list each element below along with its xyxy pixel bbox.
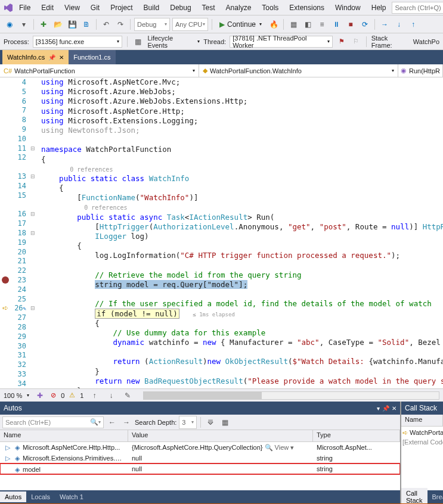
flag-off-icon[interactable]: ⚐: [351, 36, 361, 47]
tb-icon-3[interactable]: ≡: [316, 18, 328, 30]
nav-project[interactable]: C#WatchPortalFunction▾: [0, 64, 199, 77]
hot-reload-icon[interactable]: 🔥: [268, 18, 280, 30]
warning-icon[interactable]: ⚠: [69, 391, 75, 399]
nav-method[interactable]: ◉Run(HttpR: [398, 64, 443, 77]
tab-callstack[interactable]: Call Stack: [401, 488, 427, 503]
tb-icon-2[interactable]: ◧: [302, 18, 314, 30]
expand-icon[interactable]: [4, 463, 12, 472]
autos-row[interactable]: ◈modelnullstring: [0, 463, 400, 474]
code-line[interactable]: {: [41, 183, 443, 193]
menu-debug[interactable]: Debug: [165, 2, 196, 14]
nav-class[interactable]: ◆WatchPortalFunction.WatchInfo▾: [199, 64, 398, 77]
autos-grid[interactable]: ▷◈Microsoft.AspNetCore.Http.Http...{Micr…: [0, 442, 400, 490]
tab-autos[interactable]: Autos: [0, 491, 26, 502]
menu-git[interactable]: Git: [86, 2, 104, 14]
menu-file[interactable]: File: [14, 2, 35, 14]
platform-dropdown[interactable]: Any CPU▾: [172, 18, 208, 31]
callstack-row[interactable]: [External Code: [402, 437, 442, 447]
autos-search-input[interactable]: Search (Ctrl+E)🔍▾: [2, 416, 104, 428]
fold-icon[interactable]: ⊟: [29, 230, 37, 236]
fold-icon[interactable]: ⊟: [29, 145, 37, 151]
code-line[interactable]: }: [41, 386, 443, 388]
code-line[interactable]: [41, 347, 443, 357]
code-line[interactable]: 0 references: [41, 203, 443, 212]
pin-window-icon[interactable]: 📌: [382, 405, 389, 412]
config-dropdown[interactable]: Debug▾: [134, 18, 170, 31]
brush-icon[interactable]: ✎: [122, 390, 134, 402]
cs-col-name[interactable]: Name: [401, 415, 443, 426]
fold-icon[interactable]: ⊟: [29, 305, 37, 311]
menu-help[interactable]: Help: [367, 2, 391, 14]
pause-icon[interactable]: ⏸: [330, 18, 342, 30]
tab-function1[interactable]: Function1.cs: [69, 50, 115, 64]
menu-window[interactable]: Window: [330, 2, 365, 14]
code-line[interactable]: using Newtonsoft.Json;: [41, 126, 443, 135]
flag-icon[interactable]: ⚑: [336, 36, 347, 47]
code-line[interactable]: namespace WatchPortalFunction: [41, 145, 443, 154]
code-line[interactable]: 0 references: [41, 164, 443, 174]
menu-project[interactable]: Project: [106, 2, 137, 14]
code-line[interactable]: using Microsoft.Azure.WebJobs.Extensions…: [41, 97, 443, 106]
code-line[interactable]: // If the user specified a model id, fin…: [41, 299, 443, 309]
expand-icon[interactable]: ▷: [4, 443, 12, 452]
tool-icon-b[interactable]: ▦: [219, 416, 231, 428]
code-line[interactable]: using Microsoft.AspNetCore.Mvc;: [41, 77, 443, 87]
thread-dropdown[interactable]: [37816] .NET ThreadPool Worker▾: [230, 36, 333, 48]
search-fwd-icon[interactable]: →: [120, 416, 132, 428]
menu-edit[interactable]: Edit: [36, 2, 58, 14]
autos-row[interactable]: ▷◈Microsoft.Extensions.Primitives.S...nu…: [0, 453, 400, 463]
col-name[interactable]: Name: [0, 430, 128, 441]
tab-watch1[interactable]: Watch 1: [55, 491, 88, 502]
search-icon[interactable]: 🔍: [90, 418, 98, 426]
nav-down-icon[interactable]: ↓: [105, 390, 117, 402]
code-line[interactable]: ILogger log): [41, 232, 443, 241]
code-line[interactable]: [41, 290, 443, 299]
tab-watchinfo[interactable]: WatchInfo.cs 📌 ✕: [2, 50, 69, 64]
code-line[interactable]: using Microsoft.Extensions.Logging;: [41, 116, 443, 126]
callstack-grid[interactable]: ➪WatchPortalFu[External Code: [401, 427, 443, 490]
code-line[interactable]: return new BadRequestObjectResult("Pleas…: [41, 377, 443, 386]
nav-back-icon[interactable]: ◉: [4, 18, 16, 30]
restart-icon[interactable]: ⟳: [359, 18, 371, 30]
tab-locals[interactable]: Locals: [26, 491, 55, 502]
code-line[interactable]: {: [41, 155, 443, 164]
tb-icon-1[interactable]: ▦: [287, 18, 299, 30]
code-line[interactable]: using Microsoft.AspNetCore.Http;: [41, 107, 443, 116]
autos-row[interactable]: ▷◈Microsoft.AspNetCore.Http.Http...{Micr…: [0, 442, 400, 453]
search-back-icon[interactable]: ←: [106, 416, 118, 428]
zoom-level[interactable]: 100 %: [4, 392, 22, 399]
code-line[interactable]: public static class WatchInfo: [41, 174, 443, 183]
menu-test[interactable]: Test: [197, 2, 220, 14]
code-line[interactable]: {: [41, 319, 443, 328]
code-line[interactable]: return (ActionResult)new OkObjectResult(…: [41, 357, 443, 366]
process-dropdown[interactable]: [31356] func.exe▾: [33, 36, 122, 48]
code-line[interactable]: [FunctionName("WatchInfo")]: [41, 193, 443, 203]
health-icon[interactable]: ✚: [34, 390, 46, 402]
lifecycle-icon[interactable]: ▦: [132, 36, 144, 48]
undo-icon[interactable]: ↶: [100, 18, 112, 30]
save-icon[interactable]: 💾: [66, 18, 78, 30]
code-line[interactable]: public static async Task<IActionResult> …: [41, 213, 443, 222]
menu-build[interactable]: Build: [139, 2, 165, 14]
menu-view[interactable]: View: [60, 2, 85, 14]
code-line[interactable]: }: [41, 367, 443, 377]
new-item-icon[interactable]: ✚: [38, 18, 49, 30]
horizontal-scrollbar[interactable]: [143, 391, 439, 400]
code-editor[interactable]: 4567891011⊟1213⊟141516⊟1718⊟192021222324…: [0, 77, 443, 388]
pin-icon[interactable]: 📌: [48, 54, 55, 61]
expand-icon[interactable]: ▷: [4, 454, 12, 462]
callstack-row[interactable]: ➪WatchPortalFu: [402, 428, 442, 437]
error-icon[interactable]: ⊘: [51, 391, 56, 399]
code-line[interactable]: [41, 135, 443, 145]
step-out-icon[interactable]: ↑: [407, 18, 419, 30]
fold-icon[interactable]: ⊟: [29, 211, 37, 217]
save-all-icon[interactable]: 🗎: [80, 18, 92, 30]
open-icon[interactable]: 📂: [52, 18, 64, 30]
nav-dropdown-icon[interactable]: ▾: [18, 18, 30, 30]
close-window-icon[interactable]: ✕: [392, 405, 396, 412]
redo-icon[interactable]: ↷: [114, 18, 126, 30]
close-icon[interactable]: ✕: [59, 54, 64, 61]
code-line[interactable]: string model = req.Query["model"];: [41, 280, 443, 290]
col-value[interactable]: Value: [128, 430, 313, 441]
stop-icon[interactable]: ■: [345, 18, 357, 30]
